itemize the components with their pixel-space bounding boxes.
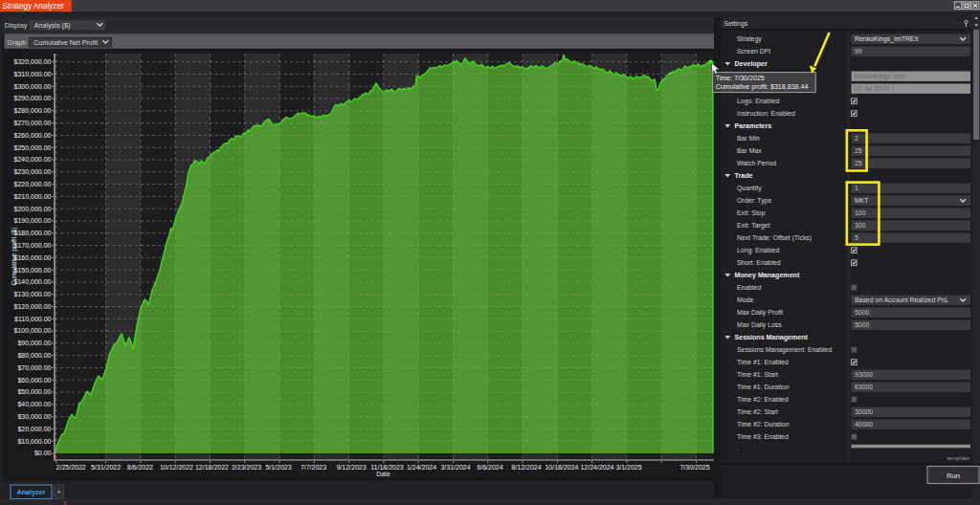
svg-text:2/23/2023: 2/23/2023 <box>232 464 261 471</box>
svg-text:$90,000.00: $90,000.00 <box>17 340 51 346</box>
svg-text:$150,000.00: $150,000.00 <box>14 267 52 274</box>
svg-text:5/1/2023: 5/1/2023 <box>265 464 291 471</box>
svg-text:2: 2 <box>855 135 858 142</box>
svg-text:Run: Run <box>947 472 960 480</box>
svg-text:Display: Display <box>5 21 28 30</box>
svg-text:Time #2: Enabled: Time #2: Enabled <box>737 396 789 403</box>
svg-text:$100,000.00: $100,000.00 <box>14 327 52 334</box>
svg-text:25: 25 <box>855 147 862 154</box>
svg-text:5000: 5000 <box>855 321 869 328</box>
svg-text:RenkoKings_ImTREX: RenkoKings_ImTREX <box>855 35 919 43</box>
svg-text:Based on Account Realized PnL: Based on Account Realized PnL <box>855 296 949 303</box>
svg-text:$210,000.00: $210,000.00 <box>14 193 52 200</box>
svg-text:$120,000.00: $120,000.00 <box>14 303 52 310</box>
svg-text:30000: 30000 <box>855 408 873 415</box>
svg-text:93000: 93000 <box>855 371 873 378</box>
svg-text:1/24/2024: 1/24/2024 <box>407 464 436 471</box>
svg-text:Strategy: Strategy <box>737 35 762 43</box>
svg-text:$190,000.00: $190,000.00 <box>14 217 52 224</box>
svg-text:$250,000.00: $250,000.00 <box>14 144 52 151</box>
svg-text:Time #1: Duration: Time #1: Duration <box>737 384 790 390</box>
svg-text:6/6/2024: 6/6/2024 <box>477 464 502 471</box>
svg-text:5: 5 <box>855 234 858 241</box>
svg-text:$60,000.00: $60,000.00 <box>17 377 51 384</box>
svg-text:1: 1 <box>855 185 858 191</box>
svg-text:Max Daily Loss: Max Daily Loss <box>737 321 782 329</box>
svg-text:$0.00: $0.00 <box>34 450 52 456</box>
svg-text:Exit: Stop: Exit: Stop <box>737 209 766 217</box>
svg-text:$10,000.00: $10,000.00 <box>17 438 51 445</box>
svg-text:Order: Type: Order: Type <box>737 197 771 205</box>
svg-text:$80,000.00: $80,000.00 <box>17 352 51 359</box>
svg-text:Date: Date <box>376 471 390 477</box>
svg-text:Time #1: Enabled: Time #1: Enabled <box>737 359 789 365</box>
svg-text:Sessions Management: Enabled: Sessions Management: Enabled <box>737 346 832 354</box>
svg-text:02 Jul 2024: 02 Jul 2024 <box>855 85 889 92</box>
svg-text:$220,000.00: $220,000.00 <box>14 181 52 187</box>
svg-text:25: 25 <box>855 160 862 166</box>
svg-text:Cumulative profit: $318,838.44: Cumulative profit: $318,838.44 <box>716 83 809 91</box>
svg-text:Parameters: Parameters <box>735 122 772 130</box>
svg-text:.: . <box>737 445 739 451</box>
svg-text:Time #1: Start: Time #1: Start <box>737 371 778 378</box>
svg-text:$320,000.00: $320,000.00 <box>14 58 52 65</box>
svg-text:10/18/2024: 10/18/2024 <box>545 464 578 471</box>
svg-text:Screen DPI: Screen DPI <box>737 48 770 55</box>
svg-text:99: 99 <box>855 48 862 55</box>
svg-text:11/18/2023: 11/18/2023 <box>370 464 404 471</box>
svg-text:3/31/2024: 3/31/2024 <box>440 464 470 471</box>
svg-text:5000: 5000 <box>855 309 869 316</box>
svg-text:9/12/2023: 9/12/2023 <box>336 464 366 471</box>
svg-text:$20,000.00: $20,000.00 <box>17 426 51 432</box>
svg-text:MKT: MKT <box>855 197 869 204</box>
svg-text:Logo: Enabled: Logo: Enabled <box>737 98 780 105</box>
svg-text:$130,000.00: $130,000.00 <box>14 291 52 297</box>
svg-text:10/12/2022: 10/12/2022 <box>160 464 193 471</box>
svg-text:5/31/2022: 5/31/2022 <box>91 464 121 471</box>
svg-text:+: + <box>56 488 61 496</box>
svg-text:$270,000.00: $270,000.00 <box>14 120 52 126</box>
svg-text:3/1/2025: 3/1/2025 <box>615 464 641 471</box>
svg-text:$200,000.00: $200,000.00 <box>14 206 52 212</box>
svg-text:8/12/2024: 8/12/2024 <box>511 464 541 471</box>
svg-text:$290,000.00: $290,000.00 <box>14 95 52 101</box>
svg-text:Strategy Analyzer: Strategy Analyzer <box>3 2 64 11</box>
svg-text:Money Management: Money Management <box>735 272 800 279</box>
svg-text:RenkoKings.com: RenkoKings.com <box>855 73 905 80</box>
svg-text:7/7/2023: 7/7/2023 <box>301 464 326 471</box>
svg-text:Next Trade: Offset (Ticks): Next Trade: Offset (Ticks) <box>737 234 812 242</box>
svg-text:12/18/2022: 12/18/2022 <box>195 464 229 471</box>
svg-text:$170,000.00: $170,000.00 <box>14 242 52 249</box>
svg-text:Analyzer: Analyzer <box>17 488 46 496</box>
svg-text:$310,000.00: $310,000.00 <box>14 71 52 77</box>
svg-text:$180,000.00: $180,000.00 <box>14 230 52 236</box>
svg-text:Time #2: Duration: Time #2: Duration <box>737 421 790 428</box>
svg-text:$300,000.00: $300,000.00 <box>14 83 52 90</box>
svg-text:100: 100 <box>855 209 866 216</box>
svg-text:$280,000.00: $280,000.00 <box>14 107 52 114</box>
svg-text:Analysis ($): Analysis ($) <box>34 21 71 30</box>
svg-text:Developer: Developer <box>735 60 768 68</box>
svg-text:Graph: Graph <box>8 38 27 47</box>
svg-text:Settings: Settings <box>724 20 748 28</box>
svg-text:12/24/2024: 12/24/2024 <box>580 464 613 471</box>
svg-text:Watch Period: Watch Period <box>737 160 776 166</box>
svg-text:template: template <box>947 454 969 461</box>
svg-text:Trade: Trade <box>735 172 753 180</box>
svg-text:300: 300 <box>855 222 866 229</box>
svg-text:$160,000.00: $160,000.00 <box>14 254 52 261</box>
svg-text:7/30/2025: 7/30/2025 <box>679 464 709 471</box>
svg-text:40000: 40000 <box>855 421 873 428</box>
svg-text:Bar Max: Bar Max <box>737 147 762 154</box>
svg-text:Bar Min: Bar Min <box>737 135 760 142</box>
svg-text:2/25/2022: 2/25/2022 <box>56 464 86 471</box>
svg-text:Sessions Management: Sessions Management <box>735 334 809 341</box>
svg-text:Cumulative profit ($): Cumulative profit ($) <box>11 227 18 285</box>
svg-text:Exit: Target: Exit: Target <box>737 222 769 230</box>
svg-text:Instruction: Enabled: Instruction: Enabled <box>737 110 795 117</box>
svg-text:$240,000.00: $240,000.00 <box>14 156 52 163</box>
svg-text:Quantity: Quantity <box>737 185 762 192</box>
svg-text:Enabled: Enabled <box>737 284 761 291</box>
svg-text:$230,000.00: $230,000.00 <box>14 168 52 175</box>
svg-text:$70,000.00: $70,000.00 <box>17 364 51 371</box>
